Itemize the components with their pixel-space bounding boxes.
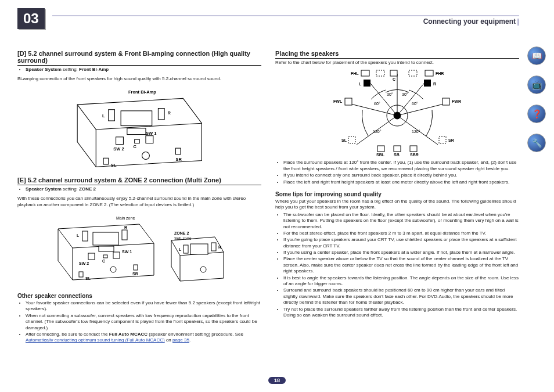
svg-point-52 [394, 112, 401, 119]
svg-rect-79 [410, 146, 417, 152]
svg-rect-71 [348, 136, 355, 143]
svg-text:R: R [433, 82, 436, 86]
svg-rect-63 [364, 80, 370, 87]
section-d-setting: Speaker System setting: Front Bi-Amp [26, 67, 261, 73]
section-e-title: [E] 5.2 channel surround system & ZONE 2… [17, 177, 261, 185]
svg-text:60°: 60° [374, 102, 380, 106]
other-title: Other speaker connections [17, 293, 261, 299]
tips-intro: Where you put your speakers in the room … [275, 199, 519, 211]
svg-rect-28 [103, 255, 107, 258]
other-bullets: Your favorite speaker connections can be… [17, 300, 261, 344]
svg-text:SL: SL [341, 138, 347, 142]
svg-rect-30 [88, 253, 95, 260]
svg-rect-20 [190, 244, 208, 254]
svg-text:SL: SL [111, 163, 117, 168]
svg-text:Front Bi-Amp: Front Bi-Amp [128, 89, 156, 95]
svg-rect-32 [113, 252, 120, 258]
svg-text:L: L [359, 82, 362, 86]
svg-rect-0 [121, 111, 152, 126]
figure-e: Main zone ZONE 2 Sub zone L R C SW 2 SW … [17, 211, 261, 287]
svg-point-38 [110, 267, 116, 272]
header-title: Connecting your equipment [420, 17, 519, 26]
remote-icon[interactable]: 📺 [527, 75, 546, 94]
svg-text:C: C [393, 77, 395, 81]
svg-rect-41 [211, 243, 216, 251]
svg-rect-65 [424, 80, 431, 87]
tools-icon[interactable]: 🔧 [527, 134, 546, 152]
placing-intro: Refer to the chart below for placement o… [275, 60, 519, 66]
svg-rect-67 [345, 98, 352, 105]
svg-text:C: C [102, 259, 105, 263]
help-icon[interactable]: ❓ [527, 105, 546, 123]
svg-text:Sub zone: Sub zone [174, 236, 192, 240]
svg-text:30°: 30° [387, 92, 393, 96]
tips-bullets: The subwoofer can be placed on the floor… [275, 212, 519, 319]
svg-rect-75 [377, 146, 384, 152]
svg-rect-60 [425, 70, 433, 76]
section-d-desc: Bi-amping connection of the front speake… [17, 76, 261, 82]
svg-text:L: L [179, 247, 182, 251]
svg-text:FHR: FHR [436, 71, 444, 75]
svg-rect-55 [376, 70, 384, 76]
svg-line-48 [351, 104, 397, 116]
svg-text:120°: 120° [373, 130, 382, 134]
svg-text:L: L [102, 113, 105, 118]
svg-text:SW 2: SW 2 [79, 261, 89, 265]
right-column: Placing the speakers Refer to the chart … [275, 46, 519, 347]
svg-text:FHL: FHL [351, 71, 359, 75]
figure-d: Front Bi-Amp L R C SW 2 SW 1 SL SR [17, 86, 261, 173]
page-link[interactable]: page 35 [172, 337, 189, 343]
svg-rect-1 [127, 128, 146, 135]
svg-text:R: R [218, 245, 221, 249]
section-e-desc: With these connections you can simultane… [17, 196, 261, 208]
svg-text:SW 1: SW 1 [146, 130, 156, 135]
svg-text:120°: 120° [412, 130, 420, 134]
svg-text:SBL: SBL [376, 153, 385, 156]
svg-rect-73 [439, 136, 446, 143]
svg-rect-69 [443, 98, 449, 105]
svg-text:SR: SR [175, 156, 182, 161]
svg-rect-57 [390, 70, 397, 76]
svg-text:Main zone: Main zone [116, 216, 135, 220]
svg-text:R: R [167, 110, 171, 116]
svg-point-43 [200, 267, 206, 272]
svg-rect-3 [108, 109, 114, 120]
svg-text:SR: SR [448, 138, 454, 142]
svg-rect-7 [134, 139, 139, 143]
svg-rect-5 [158, 108, 164, 119]
svg-rect-53 [361, 70, 369, 76]
svg-rect-34 [79, 272, 83, 277]
header-rule [52, 15, 519, 16]
side-icons: 📖 📺 ❓ 🔧 [527, 46, 546, 152]
left-column: [D] 5.2 channel surround system & Front … [17, 46, 261, 347]
svg-rect-26 [122, 230, 127, 240]
svg-rect-36 [134, 265, 138, 270]
chapter-badge: 03 [17, 8, 45, 29]
section-e-setting: Speaker System setting: ZONE 2 [26, 186, 261, 192]
svg-rect-59 [409, 70, 417, 76]
svg-text:60°: 60° [412, 102, 418, 106]
svg-rect-24 [82, 231, 88, 241]
svg-text:L: L [77, 233, 80, 238]
svg-text:SW 2: SW 2 [113, 146, 124, 152]
svg-text:SW 1: SW 1 [122, 250, 132, 254]
section-d-title: [D] 5.2 channel surround system & Front … [17, 50, 261, 66]
svg-text:SB: SB [394, 153, 400, 156]
svg-text:FWL: FWL [333, 99, 343, 103]
svg-rect-39 [184, 245, 188, 253]
svg-rect-15 [175, 148, 181, 154]
mcacc-link[interactable]: Automatically conducting optimum sound t… [26, 337, 165, 343]
svg-line-49 [397, 104, 444, 116]
svg-point-17 [142, 152, 149, 159]
svg-text:SBR: SBR [410, 153, 419, 156]
book-icon[interactable]: 📖 [527, 46, 546, 65]
svg-text:ZONE 2: ZONE 2 [174, 231, 189, 235]
svg-text:R: R [124, 225, 127, 229]
svg-text:SR: SR [132, 272, 138, 276]
svg-rect-13 [103, 158, 109, 164]
svg-text:30°: 30° [402, 92, 408, 96]
svg-text:C: C [133, 144, 136, 149]
svg-rect-19 [99, 246, 114, 251]
placing-title: Placing the speakers [275, 50, 519, 59]
tips-title: Some tips for improving sound quality [275, 191, 519, 197]
